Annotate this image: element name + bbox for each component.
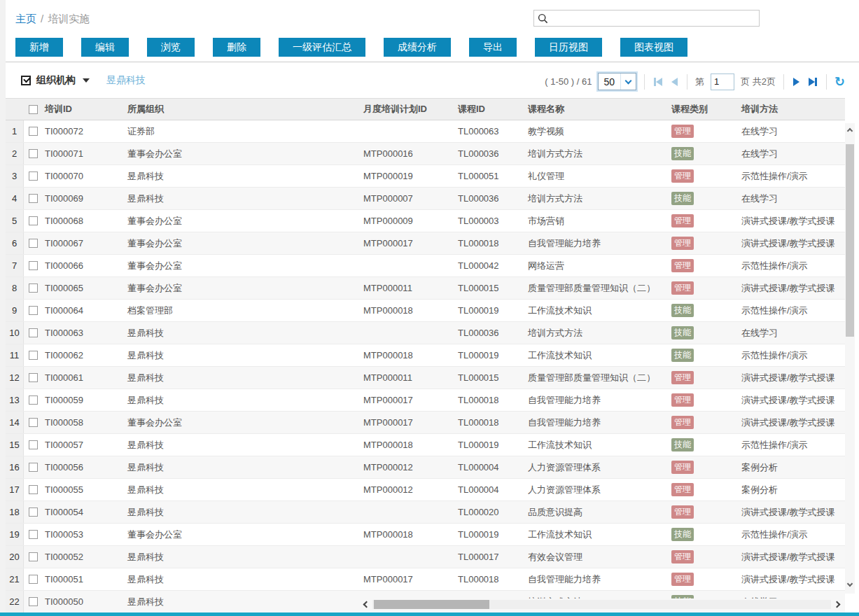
row-checkbox[interactable] xyxy=(29,396,38,405)
plan-id-cell xyxy=(361,120,455,142)
row-checkbox[interactable] xyxy=(29,440,38,449)
table-row[interactable]: 15 TI000057 昱鼎科技 MTP000018 TL000019 工作流技… xyxy=(6,434,845,456)
row-number: 3 xyxy=(6,165,24,187)
vertical-scroll-thumb[interactable] xyxy=(846,144,854,337)
toolbar-button[interactable]: 日历视图 xyxy=(535,38,602,57)
row-checkbox[interactable] xyxy=(29,575,38,584)
table-row[interactable]: 12 TI000061 昱鼎科技 MTP000011 TL000015 质量管理… xyxy=(6,367,845,389)
row-checkbox[interactable] xyxy=(29,328,38,337)
search-box[interactable] xyxy=(533,10,760,27)
table-row[interactable]: 5 TI000068 董事会办公室 MTP000009 TL000003 市场营… xyxy=(6,210,845,232)
search-input[interactable] xyxy=(551,13,755,24)
scroll-up-icon[interactable] xyxy=(845,123,855,136)
row-checkbox[interactable] xyxy=(29,216,38,225)
table-row[interactable]: 3 TI000070 昱鼎科技 MTP000019 TL000051 礼仪管理 … xyxy=(6,165,845,188)
row-checkbox[interactable] xyxy=(29,261,38,270)
row-checkbox[interactable] xyxy=(29,552,38,561)
table-row[interactable]: 1 TI000072 证券部 TL000063 教学视频 管理 在线学习 xyxy=(6,120,845,143)
toolbar-button[interactable]: 导出 xyxy=(469,38,517,57)
column-header[interactable]: 课程ID xyxy=(455,99,525,120)
row-checkbox[interactable] xyxy=(29,463,38,472)
bottom-accent-bar xyxy=(0,612,859,616)
table-row[interactable]: 16 TI000056 昱鼎科技 MTP000012 TL000004 人力资源… xyxy=(6,456,845,479)
table-row[interactable]: 6 TI000067 董事会办公室 MTP000017 TL000018 自我管… xyxy=(6,232,845,255)
horizontal-scrollbar[interactable] xyxy=(358,598,845,610)
org-filter-checkbox[interactable] xyxy=(21,76,31,85)
header-select-all[interactable] xyxy=(24,99,42,120)
category-badge: 技能 xyxy=(671,192,694,204)
row-checkbox-cell xyxy=(24,524,42,545)
last-page-button[interactable] xyxy=(807,78,818,86)
column-header[interactable]: 培训ID xyxy=(42,99,125,120)
toolbar-button[interactable]: 一级评估汇总 xyxy=(279,38,365,57)
table-row[interactable]: 18 TI000054 昱鼎科技 TL000020 品质意识提高 管理 演讲式授… xyxy=(6,501,845,524)
row-checkbox[interactable] xyxy=(29,485,38,494)
next-page-button[interactable] xyxy=(792,78,801,86)
row-checkbox[interactable] xyxy=(29,239,38,248)
category-cell: 管理 xyxy=(669,546,739,568)
table-row[interactable]: 10 TI000063 昱鼎科技 TL000036 培训方式方法 技能 在线学习 xyxy=(6,322,845,344)
row-checkbox-cell xyxy=(24,434,42,456)
table-row[interactable]: 21 TI000051 昱鼎科技 MTP000017 TL000018 自我管理… xyxy=(6,568,845,591)
page-size-select[interactable]: 50 xyxy=(598,73,636,90)
column-header[interactable]: 课程类别 xyxy=(669,99,739,120)
table-body: 1 TI000072 证券部 TL000063 教学视频 管理 在线学习 2 T… xyxy=(6,120,845,613)
row-checkbox[interactable] xyxy=(29,351,38,360)
method-cell: 演讲式授课/教学式授课 xyxy=(739,389,845,411)
table-row[interactable]: 14 TI000058 董事会办公室 MTP000017 TL000018 自我… xyxy=(6,412,845,434)
toolbar-button[interactable]: 新增 xyxy=(15,38,63,57)
vertical-scrollbar[interactable] xyxy=(845,123,855,594)
selected-org-link[interactable]: 昱鼎科技 xyxy=(106,74,146,87)
column-header[interactable]: 培训方法 xyxy=(739,99,845,120)
first-page-button[interactable] xyxy=(652,78,664,86)
row-checkbox[interactable] xyxy=(29,507,38,517)
row-checkbox[interactable] xyxy=(29,127,38,136)
row-checkbox-cell xyxy=(24,389,42,411)
row-checkbox[interactable] xyxy=(29,172,38,181)
table-row[interactable]: 19 TI000053 董事会办公室 MTP000018 TL000019 工作… xyxy=(6,524,845,546)
plan-id-cell: MTP000016 xyxy=(361,143,455,164)
org-cell: 昱鼎科技 xyxy=(125,344,361,366)
page-label-suffix: 页 共2页 xyxy=(741,76,776,88)
table-row[interactable]: 8 TI000065 董事会办公室 MTP000011 TL000015 质量管… xyxy=(6,277,845,300)
row-checkbox[interactable] xyxy=(29,306,38,315)
row-number: 4 xyxy=(6,188,24,209)
column-header[interactable]: 月度培训计划ID xyxy=(361,99,455,120)
row-checkbox[interactable] xyxy=(29,194,38,203)
scroll-right-icon[interactable] xyxy=(831,598,845,610)
prev-page-button[interactable] xyxy=(670,78,679,86)
table-row[interactable]: 11 TI000062 昱鼎科技 MTP000018 TL000019 工作流技… xyxy=(6,344,845,367)
category-badge: 管理 xyxy=(671,371,694,384)
refresh-icon[interactable]: ↻ xyxy=(834,76,845,88)
toolbar-button[interactable]: 浏览 xyxy=(147,38,195,57)
row-checkbox[interactable] xyxy=(29,597,38,606)
toolbar-button[interactable]: 编辑 xyxy=(81,38,129,57)
breadcrumb-home-link[interactable]: 主页 xyxy=(15,13,36,24)
horizontal-scroll-track[interactable] xyxy=(372,600,831,609)
row-checkbox[interactable] xyxy=(29,530,38,539)
table-row[interactable]: 17 TI000055 昱鼎科技 MTP000012 TL000004 人力资源… xyxy=(6,479,845,501)
row-checkbox[interactable] xyxy=(29,149,38,158)
scroll-down-icon[interactable] xyxy=(845,578,855,591)
page-number-input[interactable] xyxy=(711,74,734,90)
scroll-left-icon[interactable] xyxy=(358,598,372,610)
toolbar-button[interactable]: 删除 xyxy=(213,38,260,57)
table-row[interactable]: 20 TI000052 昱鼎科技 TL000017 有效会议管理 管理 演讲式授… xyxy=(6,546,845,568)
column-header[interactable]: 所属组织 xyxy=(125,99,361,120)
table-row[interactable]: 13 TI000059 昱鼎科技 MTP000017 TL000018 自我管理… xyxy=(6,389,845,412)
row-checkbox[interactable] xyxy=(29,418,38,427)
table-row[interactable]: 9 TI000064 档案管理部 MTP000018 TL000019 工作流技… xyxy=(6,300,845,322)
select-all-checkbox[interactable] xyxy=(29,105,38,114)
table-row[interactable]: 4 TI000069 昱鼎科技 MTP000007 TL000036 培训方式方… xyxy=(6,188,845,210)
column-header[interactable]: 课程名称 xyxy=(525,99,669,120)
horizontal-scroll-thumb[interactable] xyxy=(374,600,489,609)
table-row[interactable]: 2 TI000071 董事会办公室 MTP000016 TL000036 培训方… xyxy=(6,143,845,165)
chevron-down-icon[interactable] xyxy=(83,78,90,83)
toolbar-button[interactable]: 成绩分析 xyxy=(384,38,451,57)
table-row[interactable]: 7 TI000066 董事会办公室 TL000042 网络运营 管理 示范性操作… xyxy=(6,255,845,277)
row-checkbox[interactable] xyxy=(29,284,38,293)
method-cell: 示范性操作/演示 xyxy=(739,255,845,276)
org-cell: 董事会办公室 xyxy=(125,210,361,232)
toolbar-button[interactable]: 图表视图 xyxy=(620,38,687,57)
row-checkbox[interactable] xyxy=(29,373,38,382)
